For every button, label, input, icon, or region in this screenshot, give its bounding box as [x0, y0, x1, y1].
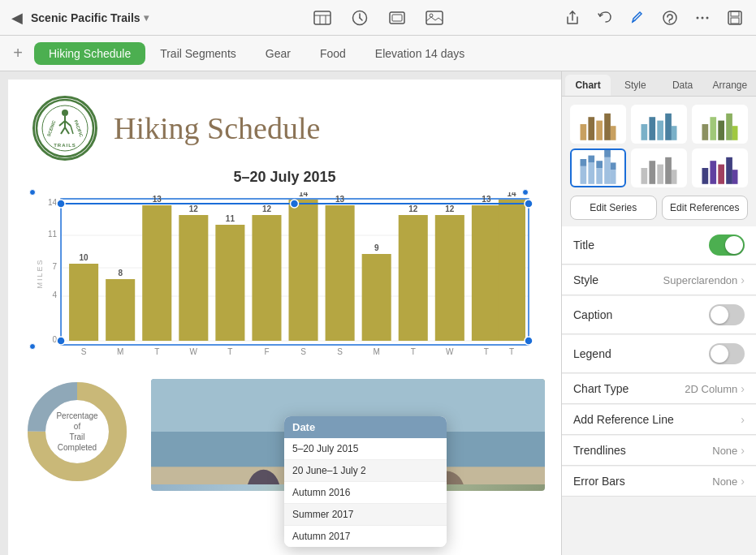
legend-toggle[interactable]	[709, 343, 745, 364]
chart-type-gray[interactable]	[631, 148, 687, 187]
table-icon[interactable]	[309, 5, 335, 31]
chart-type-dark[interactable]	[692, 148, 748, 187]
panel-tab-arrange[interactable]: Arrange	[707, 75, 753, 96]
panel-tab-data[interactable]: Data	[660, 75, 706, 96]
chart-type-warm[interactable]	[570, 105, 626, 144]
edit-references-button[interactable]: Edit References	[662, 196, 749, 220]
undo-icon[interactable]	[592, 5, 618, 31]
selection-handle-tl[interactable]	[29, 189, 36, 196]
chart-type-chevron-icon: ›	[741, 382, 745, 395]
svg-rect-73	[435, 215, 464, 341]
chart-type-mixed[interactable]	[692, 105, 748, 144]
edit-series-button[interactable]: Edit Series	[570, 196, 657, 220]
prop-reference-chevron: ›	[741, 413, 745, 426]
prop-caption: Caption	[562, 296, 756, 334]
svg-rect-102	[604, 114, 611, 140]
tab-hiking-schedule[interactable]: Hiking Schedule	[34, 42, 145, 65]
prop-style-value: Superclarendon ›	[663, 273, 745, 286]
share-icon[interactable]	[559, 5, 585, 31]
svg-rect-43	[69, 264, 98, 341]
clock-icon[interactable]	[347, 5, 373, 31]
prop-reference-line-label: Add Reference Line	[573, 413, 741, 426]
svg-rect-117	[588, 156, 594, 163]
svg-text:T: T	[154, 347, 159, 356]
panel-tab-style[interactable]: Style	[612, 75, 658, 96]
svg-rect-107	[665, 114, 672, 140]
prop-title: Title	[562, 226, 756, 265]
layers-icon[interactable]	[384, 5, 410, 31]
title-toggle[interactable]	[709, 234, 745, 256]
svg-text:13: 13	[153, 195, 162, 204]
date-row-3[interactable]: Autumn 2016	[284, 482, 447, 504]
prop-chart-type[interactable]: Chart Type 2D Column ›	[562, 374, 756, 404]
svg-rect-99	[581, 124, 587, 140]
selection-handle-tr[interactable]	[522, 189, 529, 196]
date-row-5[interactable]: Autumn 2017	[284, 526, 447, 547]
date-row-2[interactable]: 20 June–1 July 2	[284, 460, 447, 482]
date-row-1[interactable]: 5–20 July 2015	[284, 438, 447, 460]
properties-list: Title Style Superclarendon › Caption	[562, 226, 756, 497]
svg-text:11: 11	[226, 214, 235, 223]
prop-trendlines[interactable]: Trendlines None ›	[562, 436, 756, 466]
error-bars-chevron-icon: ›	[741, 475, 745, 488]
tab-elevation[interactable]: Elevation 14 days	[361, 42, 480, 65]
prop-error-bars-label: Error Bars	[573, 475, 712, 488]
tab-food[interactable]: Food	[305, 42, 361, 65]
svg-rect-123	[611, 162, 616, 170]
more-icon[interactable]	[689, 5, 715, 31]
slide-header: TRAILS SCENIC PACIFIC Hiking Schedule	[8, 80, 561, 169]
chart-type-cool[interactable]	[631, 105, 687, 144]
svg-point-84	[291, 200, 299, 208]
svg-rect-116	[588, 162, 594, 183]
caption-toggle[interactable]	[709, 304, 745, 325]
dropdown-icon[interactable]: ▾	[144, 12, 149, 24]
svg-text:TRAILS: TRAILS	[54, 143, 76, 148]
svg-rect-131	[718, 165, 724, 184]
svg-text:M: M	[374, 347, 380, 356]
prop-add-reference-line[interactable]: Add Reference Line ›	[562, 405, 756, 435]
toolbar-left: ◀ Scenic Pacific Trails ▾	[8, 7, 303, 28]
svg-text:12: 12	[408, 204, 418, 213]
back-button[interactable]: ◀	[8, 7, 26, 28]
prop-style[interactable]: Style Superclarendon ›	[562, 265, 756, 295]
svg-text:12: 12	[445, 204, 455, 213]
prop-trendlines-label: Trendlines	[573, 444, 712, 457]
date-popup[interactable]: Date 5–20 July 2015 20 June–1 July 2 Aut…	[284, 416, 447, 547]
svg-rect-8	[392, 15, 402, 21]
slide[interactable]: TRAILS SCENIC PACIFIC Hiking Schedule 5–…	[8, 80, 561, 555]
svg-text:12: 12	[262, 204, 272, 213]
add-tab-button[interactable]: +	[6, 42, 29, 65]
svg-point-83	[57, 200, 65, 208]
tab-trail-segments[interactable]: Trail Segments	[145, 42, 251, 65]
panel-tabs: Chart Style Data Arrange	[562, 71, 756, 97]
image-icon[interactable]	[421, 5, 447, 31]
pencil-icon[interactable]	[624, 5, 650, 31]
svg-rect-105	[649, 117, 655, 140]
svg-rect-55	[215, 225, 244, 341]
svg-point-86	[57, 337, 65, 345]
tab-gear[interactable]: Gear	[251, 42, 305, 65]
svg-point-13	[697, 16, 699, 19]
selection-handle-bl[interactable]	[29, 343, 36, 350]
svg-rect-111	[718, 121, 724, 140]
svg-text:S: S	[81, 347, 87, 356]
svg-rect-9	[426, 11, 443, 24]
date-row-4[interactable]: Summer 2017	[284, 504, 447, 526]
svg-text:11: 11	[48, 230, 58, 239]
svg-text:9: 9	[374, 243, 379, 252]
prop-error-bars[interactable]: Error Bars None ›	[562, 467, 756, 497]
trendlines-chevron-icon: ›	[741, 444, 745, 457]
svg-line-6	[360, 18, 362, 20]
top-toolbar: ◀ Scenic Pacific Trails ▾	[0, 0, 756, 36]
chart-type-blue-stacked[interactable]	[570, 148, 626, 187]
prop-caption-label: Caption	[573, 308, 709, 321]
save-icon[interactable]	[722, 5, 748, 31]
chart-container[interactable]: 5–20 July 2015 14 11 7 4 0 MILES	[32, 169, 537, 371]
date-popup-header: Date	[284, 416, 447, 438]
prop-style-label: Style	[573, 273, 663, 286]
comment-icon[interactable]	[657, 5, 683, 31]
panel-tab-chart[interactable]: Chart	[565, 75, 611, 96]
svg-rect-100	[588, 117, 594, 140]
svg-text:F: F	[264, 347, 269, 356]
svg-rect-112	[726, 114, 732, 140]
